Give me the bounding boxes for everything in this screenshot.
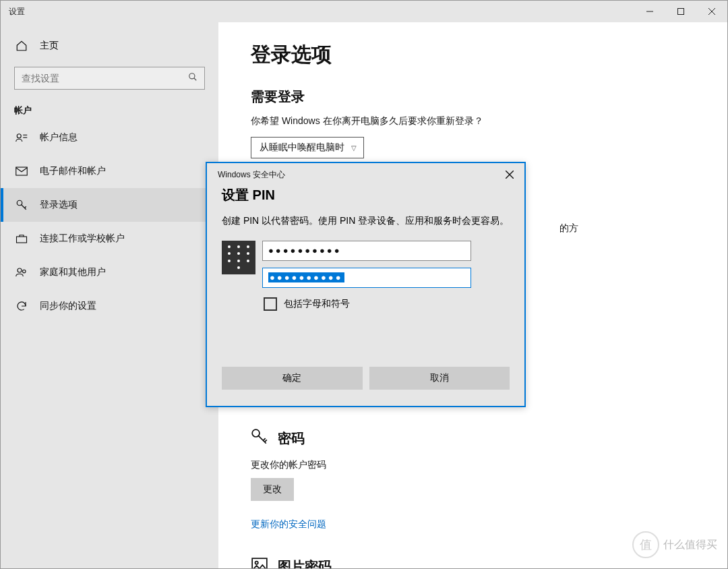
svg-point-4 xyxy=(189,73,195,79)
minimize-button[interactable] xyxy=(634,1,665,22)
sidebar-item-signin-options[interactable]: 登录选项 xyxy=(1,188,218,222)
watermark-icon: 值 xyxy=(632,531,659,558)
checkbox-label: 包括字母和符号 xyxy=(284,298,350,310)
titlebar: 设置 xyxy=(1,1,727,22)
dialog-title: Windows 安全中心 xyxy=(218,169,502,181)
sidebar-item-email-accounts[interactable]: 电子邮件和帐户 xyxy=(1,154,218,188)
pin-setup-dialog: Windows 安全中心 设置 PIN 创建 PIN 以代替密码。使用 PIN … xyxy=(206,162,526,407)
dialog-close-button[interactable] xyxy=(502,167,518,183)
window-title: 设置 xyxy=(1,6,25,18)
sidebar-item-label: 同步你的设置 xyxy=(40,300,96,312)
sync-icon xyxy=(16,300,28,312)
people-icon xyxy=(16,267,28,278)
cancel-button[interactable]: 取消 xyxy=(369,367,510,390)
require-signin-dropdown[interactable]: 从睡眠中唤醒电脑时 ▽ xyxy=(251,137,364,158)
page-heading: 登录选项 xyxy=(251,41,727,69)
dropdown-value: 从睡眠中唤醒电脑时 xyxy=(260,142,344,154)
sidebar-category: 帐户 xyxy=(1,95,218,121)
sidebar: 主页 帐户 帐户信息 电 xyxy=(1,22,218,568)
watermark: 值 什么值得买 xyxy=(632,531,717,558)
sidebar-item-label: 登录选项 xyxy=(40,199,78,211)
picture-password-heading: 图片密码 xyxy=(278,558,332,569)
obscured-text-fragment: 的方 xyxy=(559,222,578,235)
update-security-questions-link[interactable]: 更新你的安全问题 xyxy=(251,518,326,531)
svg-line-19 xyxy=(265,440,267,442)
search-input[interactable] xyxy=(22,73,188,84)
home-icon xyxy=(16,40,28,52)
svg-point-15 xyxy=(23,270,26,273)
ok-button[interactable]: 确定 xyxy=(222,367,363,390)
briefcase-icon xyxy=(16,233,28,244)
change-password-button[interactable]: 更改 xyxy=(251,478,294,501)
search-icon xyxy=(188,72,198,84)
key-icon xyxy=(251,428,268,448)
sidebar-item-label: 家庭和其他用户 xyxy=(40,266,106,278)
picture-icon xyxy=(251,556,268,568)
svg-line-5 xyxy=(194,78,197,81)
sidebar-item-account-info[interactable]: 帐户信息 xyxy=(1,121,218,154)
confirm-pin-input[interactable]: ●●●●●●●●●● xyxy=(262,268,471,288)
dialog-heading: 设置 PIN xyxy=(222,186,510,204)
password-desc: 更改你的帐户密码 xyxy=(251,459,727,471)
sidebar-item-label: 连接工作或学校帐户 xyxy=(40,233,125,245)
svg-point-14 xyxy=(18,268,22,272)
password-heading: 密码 xyxy=(278,429,305,448)
mail-icon xyxy=(16,167,28,176)
svg-line-18 xyxy=(263,438,265,440)
keypad-icon xyxy=(222,241,255,274)
require-signin-question: 你希望 Windows 在你离开电脑多久后要求你重新登录？ xyxy=(251,115,727,127)
sidebar-item-family-users[interactable]: 家庭和其他用户 xyxy=(1,256,218,289)
maximize-button[interactable] xyxy=(665,1,696,22)
sidebar-item-label: 帐户信息 xyxy=(40,131,78,144)
svg-rect-13 xyxy=(17,237,27,243)
require-signin-heading: 需要登录 xyxy=(251,88,727,106)
include-letters-symbols-checkbox[interactable] xyxy=(264,297,277,311)
svg-rect-9 xyxy=(16,167,28,175)
svg-point-6 xyxy=(17,134,21,138)
svg-rect-1 xyxy=(678,9,684,15)
new-pin-input[interactable]: ●●●●●●●●●● xyxy=(262,241,471,261)
close-button[interactable] xyxy=(696,1,727,22)
dialog-description: 创建 PIN 以代替密码。使用 PIN 登录设备、应用和服务时会更容易。 xyxy=(222,214,510,229)
watermark-text: 什么值得买 xyxy=(663,538,717,552)
svg-line-12 xyxy=(25,206,26,208)
sidebar-home[interactable]: 主页 xyxy=(1,32,218,60)
sidebar-item-sync-settings[interactable]: 同步你的设置 xyxy=(1,289,218,323)
search-box[interactable] xyxy=(14,67,205,90)
sidebar-item-work-school[interactable]: 连接工作或学校帐户 xyxy=(1,222,218,256)
key-icon xyxy=(16,199,28,211)
sidebar-home-label: 主页 xyxy=(40,40,59,52)
svg-point-21 xyxy=(255,562,258,564)
person-card-icon xyxy=(16,132,28,143)
chevron-down-icon: ▽ xyxy=(351,144,357,152)
sidebar-item-label: 电子邮件和帐户 xyxy=(40,165,106,177)
